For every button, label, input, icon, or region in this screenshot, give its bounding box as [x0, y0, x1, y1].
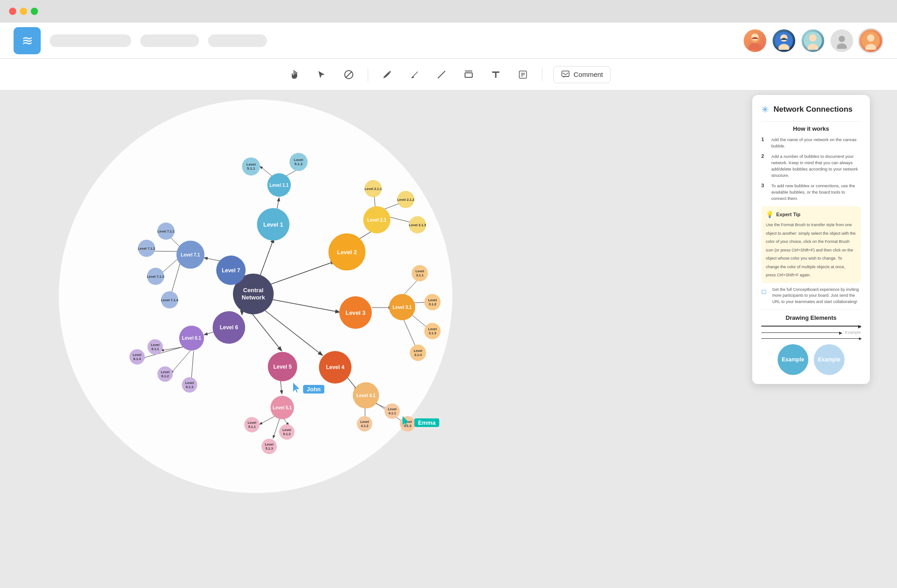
node-level-1[interactable]: Level 1: [257, 208, 290, 241]
cursor-emma-label: Emma: [414, 418, 439, 427]
node-l311[interactable]: Level 3.1.1: [412, 265, 428, 281]
pen-tool[interactable]: [379, 66, 395, 83]
nav-item-3[interactable]: [208, 34, 267, 47]
node-level-7[interactable]: Level 7: [216, 256, 246, 285]
svg-line-15: [346, 71, 352, 78]
logo[interactable]: ≋: [14, 27, 41, 54]
node-l314[interactable]: Level 3.1.4: [410, 345, 426, 361]
traffic-lights: [9, 8, 38, 15]
cursor-emma: Emma: [403, 416, 439, 427]
node-level-4-1[interactable]: Level 4.1: [353, 382, 379, 408]
step-2-num: 2: [761, 153, 768, 179]
hand-tool[interactable]: [286, 66, 303, 83]
node-l312[interactable]: Level 3.1.2: [424, 294, 441, 310]
example-bubble-2[interactable]: Example: [814, 344, 845, 375]
node-l712[interactable]: Level 7.1.2: [138, 240, 155, 257]
node-level-2[interactable]: Level 2: [328, 233, 365, 270]
avatar-2[interactable]: [771, 28, 797, 53]
node-l512[interactable]: Level 5.1.2: [290, 153, 308, 171]
line-tool[interactable]: [433, 66, 450, 83]
maximize-button[interactable]: [31, 8, 38, 15]
node-level-6[interactable]: Level 6: [213, 311, 245, 344]
node-l511[interactable]: Level 5.1.1: [242, 157, 260, 175]
svg-point-1: [749, 43, 761, 50]
step-3: 3 To add new bubbles or connections, use…: [761, 183, 861, 202]
step-3-num: 3: [761, 183, 768, 202]
avatar-4[interactable]: [829, 28, 854, 53]
sticky-tool[interactable]: [515, 66, 531, 83]
node-level-2-1[interactable]: Level 2.1: [363, 206, 390, 233]
example-bubbles: Example Example: [761, 344, 861, 375]
node-l713[interactable]: Level 7.1.3: [147, 268, 164, 285]
svg-point-7: [809, 34, 816, 42]
arrow-thick: ▶: [761, 326, 861, 327]
comment-label: Comment: [574, 71, 603, 78]
toolbar: Comment: [0, 59, 897, 90]
svg-point-12: [867, 34, 874, 42]
node-l611[interactable]: Level 6.1.1: [147, 339, 163, 355]
how-it-works-title: How it works: [761, 125, 861, 132]
avatar-5[interactable]: [858, 28, 883, 53]
svg-rect-24: [562, 71, 569, 76]
nav-item-2[interactable]: [140, 34, 199, 47]
arrow-medium: ▶: [761, 332, 841, 333]
node-l411[interactable]: Level 4.1.1: [384, 403, 400, 419]
avatar-1[interactable]: [742, 28, 768, 53]
collab-icon: ◻: [761, 288, 769, 295]
arrow-row-3: ▶: [761, 338, 861, 339]
panel-header: ✳ Network Connections: [761, 104, 861, 115]
drawing-elements-title: Drawing Elements: [761, 314, 861, 321]
side-panel: ✳ Network Connections How it works 1 Add…: [752, 95, 870, 384]
node-l613[interactable]: Level 6.1.3: [182, 377, 197, 393]
step-3-text: To add new bubbles or connections, use t…: [771, 183, 861, 202]
svg-line-17: [438, 71, 445, 78]
cursor-john: John: [293, 383, 324, 394]
node-level-5[interactable]: Level 5: [268, 352, 297, 381]
node-level-4[interactable]: Level 4: [319, 351, 351, 384]
minimize-button[interactable]: [20, 8, 27, 15]
node-level-3-1[interactable]: Level 3.1: [389, 294, 415, 320]
node-l513[interactable]: Level 5.1.3: [261, 439, 277, 454]
shape-tool[interactable]: [460, 66, 477, 83]
panel-logo-icon: ✳: [761, 104, 769, 115]
node-l211[interactable]: Level 2.1.1: [365, 180, 382, 197]
svg-rect-18: [465, 73, 472, 77]
separator-1: [368, 68, 368, 81]
lightbulb-icon: 💡: [766, 211, 774, 218]
step-1-text: Add the name of your network on the canv…: [771, 137, 861, 150]
separator-2: [542, 68, 542, 81]
app-window: ≋: [0, 0, 897, 588]
marker-tool[interactable]: [406, 66, 422, 83]
node-l614[interactable]: Level 6.1.4: [129, 349, 145, 365]
step-2: 2 Add a number of bubbles to document yo…: [761, 153, 861, 179]
eraser-tool[interactable]: [341, 66, 357, 83]
node-l412[interactable]: Level 4.1.2: [357, 416, 372, 432]
node-level-7-1[interactable]: Level 7.1: [176, 241, 204, 269]
drawing-elements-content: ▶ ▶ Example ▶: [761, 326, 861, 339]
expert-tip-box: 💡 Expert Tip Use the Format Brush to tra…: [761, 206, 861, 283]
node-l313[interactable]: Level 3.1.3: [424, 323, 441, 339]
text-tool[interactable]: [488, 66, 504, 83]
network-diagram[interactable]: CentralNetwork Level 1 Level 2 Level 3 L…: [59, 100, 452, 493]
node-level-1-1[interactable]: Level 1.1: [267, 173, 291, 197]
node-l512a[interactable]: Level 5.1.2: [279, 424, 294, 440]
node-l511a[interactable]: Level 5.1.1: [244, 417, 260, 432]
nav-item-1[interactable]: [50, 34, 131, 47]
canvas-area[interactable]: CentralNetwork Level 1 Level 2 Level 3 L…: [0, 90, 897, 588]
node-l612[interactable]: Level 6.1.2: [157, 366, 173, 382]
comment-button[interactable]: Comment: [553, 66, 611, 83]
node-level-6-1[interactable]: Level 6.1: [179, 326, 204, 351]
node-level-3[interactable]: Level 3: [339, 296, 372, 329]
example-label-1: Example: [845, 330, 861, 335]
node-level-5-1[interactable]: Level 5.1: [271, 396, 294, 419]
example-bubble-1[interactable]: Example: [778, 344, 808, 375]
node-l714[interactable]: Level 7.1.4: [161, 291, 178, 308]
node-l212[interactable]: Level 2.1.2: [397, 191, 414, 208]
node-l213[interactable]: Level 2.1.3: [409, 216, 426, 233]
cursor-tool[interactable]: [313, 66, 330, 83]
avatar-3[interactable]: [800, 28, 826, 53]
node-l711[interactable]: Level 7.1.1: [157, 223, 175, 240]
close-button[interactable]: [9, 8, 16, 15]
collab-box: ◻ Get the full Conceptboard experience b…: [761, 287, 861, 305]
arrow-row-1: ▶: [761, 326, 861, 327]
